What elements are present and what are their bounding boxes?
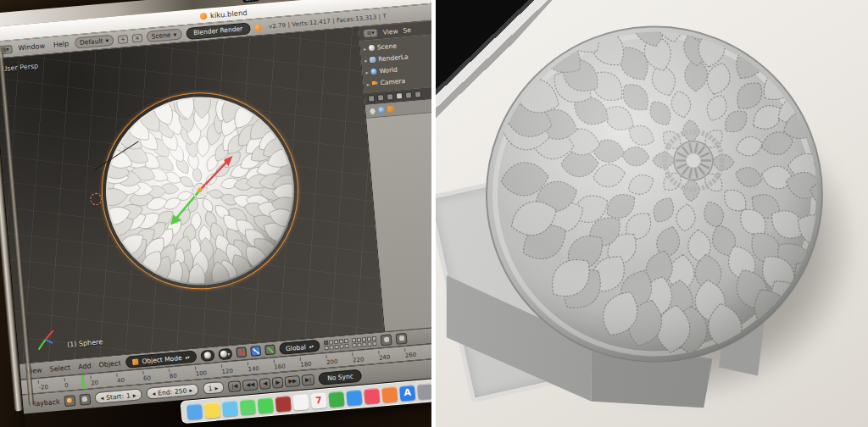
outliner-item-icon bbox=[370, 56, 376, 63]
stepper-left-icon[interactable]: ◂ bbox=[100, 394, 104, 402]
outliner-item-icon bbox=[370, 68, 377, 75]
dock-app-icon[interactable] bbox=[186, 403, 203, 420]
dock-app-icon[interactable] bbox=[204, 402, 221, 419]
dock-app-icon[interactable] bbox=[240, 398, 257, 415]
expand-arrow-icon[interactable]: ▸ bbox=[364, 57, 368, 63]
stepper-right-icon[interactable]: ▸ bbox=[189, 386, 193, 394]
layout-delete-button[interactable]: × bbox=[131, 33, 142, 42]
printed-dome bbox=[480, 22, 829, 368]
photo-divider bbox=[431, 0, 436, 427]
chevron-updown-icon: ▴▾ bbox=[309, 343, 314, 348]
viewport-3d[interactable]: User Persp bbox=[0, 27, 384, 363]
viewport-menu-item[interactable]: Object bbox=[97, 359, 122, 369]
ruler-tick: 60 bbox=[142, 369, 170, 382]
data-icon bbox=[378, 107, 385, 114]
chevron-down-icon: ▾ bbox=[105, 36, 109, 44]
ruler-tick: 40 bbox=[116, 371, 143, 385]
transport-button[interactable]: ▶▶ bbox=[285, 374, 301, 387]
dock-app-icon[interactable] bbox=[222, 400, 239, 417]
pin-icon[interactable] bbox=[369, 108, 376, 114]
orientation-selector[interactable]: Global ▴▾ bbox=[278, 340, 320, 355]
snap-magnet-toggle[interactable] bbox=[381, 334, 392, 346]
ruler-tick: 0 bbox=[64, 375, 92, 389]
expand-arrow-icon[interactable]: ▸ bbox=[365, 69, 369, 75]
ruler-tick: 140 bbox=[248, 360, 275, 374]
blender-app-icon bbox=[200, 12, 208, 19]
current-frame-field[interactable]: 1 ▸ bbox=[202, 381, 225, 395]
chrysanthemum-mesh bbox=[95, 86, 304, 296]
layout-selector[interactable]: Default▾ bbox=[75, 35, 114, 49]
ruler-tick: 20 bbox=[90, 374, 117, 387]
ruler-tick: 260 bbox=[404, 346, 431, 359]
manipulator-scale-toggle[interactable] bbox=[264, 344, 275, 355]
ruler-tick: 100 bbox=[195, 364, 222, 378]
object-cube-icon bbox=[387, 106, 394, 113]
info-menu-item[interactable]: Help bbox=[52, 40, 71, 49]
ruler-tick: 80 bbox=[169, 367, 196, 380]
scene-tab-icon[interactable] bbox=[377, 94, 385, 102]
render-preview-button[interactable] bbox=[396, 332, 408, 344]
info-menu-item[interactable]: Window bbox=[16, 42, 47, 52]
dock-app-icon[interactable] bbox=[275, 395, 292, 412]
ruler-tick: 200 bbox=[326, 352, 353, 366]
stepper-right-icon[interactable]: ▸ bbox=[214, 384, 219, 391]
viewport-menu-item[interactable]: Select bbox=[48, 363, 71, 373]
frame-start-field[interactable]: ◂ Start: 1 ▸ bbox=[94, 388, 142, 404]
axis-mini-widget bbox=[30, 324, 61, 356]
ruler-tick: 180 bbox=[300, 355, 327, 369]
manipulator-rotate-toggle[interactable] bbox=[250, 346, 261, 357]
transport-button[interactable]: ▶ bbox=[272, 376, 284, 388]
printed-dome-graphic bbox=[480, 22, 829, 368]
layout-add-button[interactable]: + bbox=[118, 35, 129, 44]
outliner-menu-view[interactable]: View bbox=[382, 27, 398, 36]
chrysanthemum-model[interactable] bbox=[93, 85, 306, 297]
layer-buttons[interactable] bbox=[324, 336, 377, 349]
transport-button[interactable]: ◀ bbox=[259, 377, 271, 389]
transport-button[interactable]: |◀ bbox=[228, 380, 242, 392]
object-mode-cube-icon bbox=[132, 358, 139, 365]
material-tab-icon[interactable] bbox=[415, 91, 422, 98]
window-title: kiku.blend bbox=[210, 8, 248, 19]
dock-app-glyph: A bbox=[403, 387, 412, 399]
dock-app-icon[interactable] bbox=[292, 394, 309, 411]
outliner-tree: ▸ Scene ▸ RenderLa bbox=[359, 32, 431, 93]
chevron-down-icon: ▾ bbox=[173, 30, 177, 38]
render-tab-icon[interactable] bbox=[368, 95, 376, 103]
composite-photo: WD kiku.blend ▤▾ WindowHelp Default▾ bbox=[0, 0, 868, 427]
outliner-menu-search[interactable]: Se bbox=[403, 25, 411, 34]
transport-button[interactable]: ▶| bbox=[302, 374, 315, 385]
pivot-selector[interactable]: ▾ bbox=[218, 347, 232, 359]
stepper-right-icon[interactable]: ▸ bbox=[132, 391, 136, 398]
dock-app-icon[interactable]: 7 bbox=[310, 392, 327, 409]
outliner-item-icon bbox=[371, 80, 378, 86]
manipulator-translate-toggle[interactable] bbox=[236, 347, 247, 358]
playback-clock-icon[interactable] bbox=[64, 395, 75, 407]
playback-menu[interactable]: Playback bbox=[30, 397, 60, 408]
playback-lock-icon[interactable] bbox=[79, 393, 91, 405]
editor-type-icon[interactable]: ≡▾ bbox=[363, 28, 378, 37]
world-tab-icon[interactable] bbox=[387, 93, 394, 101]
dock-app-icon[interactable] bbox=[346, 389, 363, 406]
transport-button[interactable]: ◀◀ bbox=[242, 379, 259, 391]
wd-status-icon[interactable]: WD bbox=[242, 0, 259, 3]
expand-arrow-icon[interactable]: ▸ bbox=[366, 80, 370, 86]
scene-selector[interactable]: Scene▾ bbox=[146, 29, 182, 43]
stepper-left-icon[interactable]: ◂ bbox=[152, 389, 156, 396]
viewport-menu-item[interactable]: Add bbox=[77, 362, 92, 370]
dock-app-icon[interactable] bbox=[328, 391, 345, 408]
frame-end-field[interactable]: ◂ End: 250 ▸ bbox=[146, 383, 199, 399]
dock-app-icon[interactable]: A bbox=[399, 385, 416, 402]
dock-app-icon[interactable] bbox=[364, 387, 381, 404]
dock-app-icon[interactable] bbox=[381, 386, 398, 403]
expand-arrow-icon[interactable]: ▸ bbox=[364, 45, 367, 51]
outliner-item-icon bbox=[369, 44, 376, 51]
laptop-photo: WD kiku.blend ▤▾ WindowHelp Default▾ bbox=[0, 0, 431, 427]
dock-app-icon[interactable] bbox=[417, 383, 431, 400]
dock-app-icon[interactable] bbox=[258, 396, 275, 413]
object-tab-icon[interactable] bbox=[405, 92, 413, 99]
dock-app-glyph: 7 bbox=[315, 395, 323, 407]
viewport-shading-selector[interactable] bbox=[200, 349, 214, 361]
modifier-tab-icon[interactable] bbox=[396, 92, 403, 100]
av-sync-selector[interactable]: No Sync bbox=[319, 369, 363, 385]
ruler-tick: 240 bbox=[378, 348, 405, 362]
